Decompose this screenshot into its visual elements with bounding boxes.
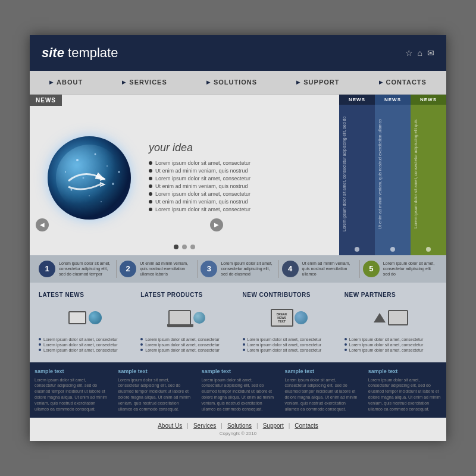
header: site template ☆ ⌂ ✉: [30, 35, 446, 71]
step-divider-4: [359, 260, 360, 278]
arrow-up-icon: [374, 313, 386, 322]
hero-dot-1[interactable]: [174, 245, 178, 249]
side-panel-tab-2: NEWS: [375, 95, 411, 105]
c-dot: [39, 343, 41, 346]
bottom-link-contacts[interactable]: Contacts: [295, 422, 318, 429]
separator-2: |: [221, 422, 223, 429]
nav-item-solutions[interactable]: ▶ SOLUTIONS: [206, 79, 257, 86]
svg-point-5: [112, 183, 114, 185]
screen-icon-partners: [388, 310, 408, 325]
footer-panel-4: sample text Lorem ipsum dolor sit amet, …: [280, 362, 363, 418]
svg-point-7: [71, 189, 73, 190]
home-icon[interactable]: ⌂: [418, 48, 422, 58]
bullet-4: Ut enim ad minim veniam, quis nostrud: [149, 183, 327, 189]
monitor-icon: [68, 311, 86, 324]
nav-label-contacts: CONTACTS: [386, 79, 427, 86]
nav-item-services[interactable]: ▶ SERVICES: [122, 79, 167, 86]
header-title: site template: [42, 45, 118, 61]
bullet-dot-5: [149, 192, 152, 196]
bullet-dot-1: [149, 161, 152, 165]
main-nav: ▶ ABOUT ▶ SERVICES ▶ SOLUTIONS ▶ SUPPORT…: [30, 71, 446, 95]
partners-bullet-2: Lorem ipsum dolor sit amet, consectetur: [345, 343, 437, 347]
icon-area-news: [39, 303, 131, 333]
footer-panel-title-5: sample text: [368, 368, 441, 374]
hero-next-button[interactable]: ▶: [210, 218, 223, 231]
icon-area-products: [140, 303, 233, 333]
nav-arrow-contacts: ▶: [379, 80, 383, 85]
side-panel-3: NEWS Lorem ipsum dolor sit amet, consect…: [411, 95, 446, 255]
bottom-link-solutions[interactable]: Solutions: [227, 422, 252, 429]
content-col-contributors: NEW CONTRIBUTORS BREAKNEWSTEXT Lorem ips…: [243, 292, 336, 353]
svg-point-8: [101, 201, 102, 202]
bottom-link-support[interactable]: Support: [263, 422, 284, 429]
hero-text: your idea Lorem ipsum dolor sit amet, co…: [137, 142, 327, 214]
content-title-partners: NEW PARTNERS: [345, 292, 437, 298]
bullet-dot-2: [149, 169, 152, 173]
footer-panel-5: sample text Lorem ipsum dolor sit amet, …: [364, 362, 446, 418]
svg-point-3: [83, 177, 84, 178]
svg-point-4: [65, 171, 66, 173]
hero-title: your idea: [149, 142, 327, 154]
mail-icon[interactable]: ✉: [427, 48, 434, 58]
footer-panel-text-1: Lorem ipsum dolor sit amet, consectetur …: [35, 377, 108, 412]
side-panel-tab-3: NEWS: [411, 95, 446, 105]
nav-label-services: SERVICES: [129, 79, 167, 86]
bullet-2: Ut enim ad minim veniam, quis nostrud: [149, 168, 327, 174]
side-panel-text-3: Lorem ipsum dolor sit amet, consectetur …: [411, 105, 446, 243]
footer-panel-title-4: sample text: [285, 368, 358, 374]
hero-dot-2[interactable]: [182, 245, 187, 249]
steps-bar: 1 Lorem ipsum dolor sit amet, consectetu…: [30, 255, 446, 283]
bullet-1: Lorem ipsum dolor sit amet, consectetur: [149, 160, 327, 166]
step-item-3: 3 Lorem ipsum dolor sit amet, consectetu…: [201, 261, 275, 277]
separator-1: |: [187, 422, 189, 429]
content-bullets-contributors: Lorem ipsum dolor sit amet, consectetur …: [243, 337, 336, 352]
nav-arrow-services: ▶: [122, 80, 126, 85]
nav-label-solutions: SOLUTIONS: [214, 79, 257, 86]
bottom-link-services[interactable]: Services: [193, 422, 216, 429]
bullet-3: Lorem ipsum dolor sit amet, consectetur: [149, 176, 327, 181]
nav-item-about[interactable]: ▶ ABOUT: [49, 79, 83, 86]
step-divider-3: [278, 260, 279, 278]
bullet-dot-3: [149, 177, 152, 180]
footer-panel-title-3: sample text: [201, 368, 274, 374]
contributors-screen-icon: BREAKNEWSTEXT: [271, 309, 293, 327]
content-bullets-news: Lorem ipsum dolor sit amet, consectetur …: [39, 337, 131, 352]
nav-arrow-solutions: ▶: [206, 80, 211, 85]
c-dot: [345, 343, 347, 346]
bullet-6: Ut enim ad minim veniam, quis nostrud: [149, 199, 327, 205]
step-text-1: Lorem ipsum dolor sit amet, consectetur …: [59, 261, 113, 277]
bottom-nav: About Us | Services | Solutions | Suppor…: [30, 418, 446, 441]
products-bullet-3: Lorem ipsum dolor sit amet, consectetur: [140, 348, 233, 352]
nav-item-support[interactable]: ▶ SUPPORT: [296, 79, 339, 86]
side-panel-dot-1: [355, 247, 359, 252]
content-title-products: LATEST PRODUCTS: [140, 292, 233, 298]
content-col-products: LATEST PRODUCTS Lorem ipsum dolor sit am…: [140, 292, 233, 353]
bullet-7: Lorem ipsum dolor sit amet, consectetur: [149, 206, 327, 212]
star-icon[interactable]: ☆: [405, 48, 413, 58]
step-item-5: 5 Lorem ipsum dolor sit amet, consectetu…: [363, 261, 437, 277]
footer-panel-text-3: Lorem ipsum dolor sit amet, consectetur …: [201, 377, 274, 412]
c-dot: [243, 349, 245, 351]
header-icons: ☆ ⌂ ✉: [405, 48, 434, 58]
footer-panel-text-2: Lorem ipsum dolor sit amet, consectetur …: [118, 377, 191, 412]
bottom-link-about[interactable]: About Us: [158, 422, 182, 429]
copyright: Copyright © 2010: [42, 431, 434, 436]
content-title-contributors: NEW CONTRIBUTORS: [243, 292, 336, 298]
svg-point-9: [118, 171, 120, 173]
globe-icon-products: [193, 312, 205, 324]
step-divider-2: [197, 260, 198, 278]
side-panel-dot-3: [426, 247, 431, 252]
footer-panel-title-2: sample text: [118, 368, 191, 374]
svg-point-0: [76, 159, 79, 161]
hero-bullets: Lorem ipsum dolor sit amet, consectetur …: [149, 160, 327, 212]
content-grid: LATEST NEWS Lorem ipsum dolor sit amet, …: [39, 292, 437, 353]
hero-dot-3[interactable]: [190, 245, 195, 249]
side-panel-text-2: Ut enim ad minim veniam, quis nostrud ex…: [375, 105, 411, 243]
step-text-5: Lorem ipsum dolor sit amet, consectetur …: [383, 261, 437, 277]
c-dot: [243, 338, 245, 340]
partners-bullet-3: Lorem ipsum dolor sit amet, consectetur: [345, 348, 437, 352]
nav-item-contacts[interactable]: ▶ CONTACTS: [379, 79, 427, 86]
hero-prev-button[interactable]: ◀: [36, 218, 49, 231]
hero-news-tab: NEWS: [30, 95, 62, 106]
step-circle-2: 2: [120, 261, 136, 277]
